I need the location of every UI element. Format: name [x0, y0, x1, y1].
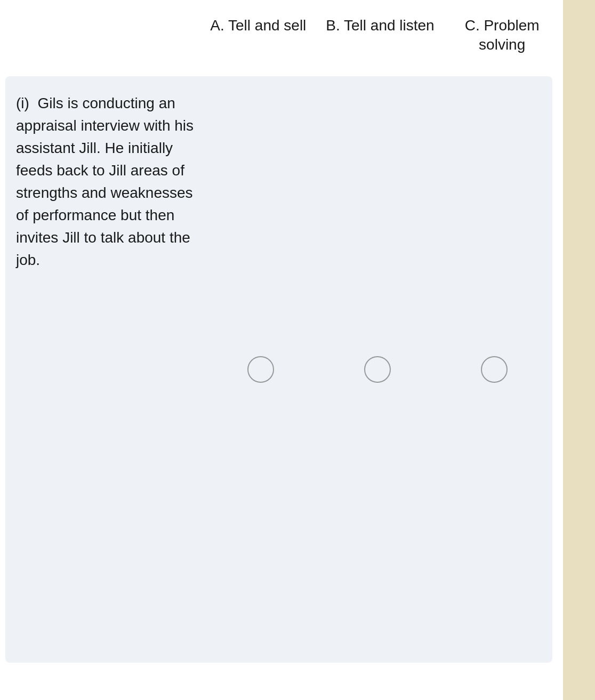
radio-col-c	[436, 356, 552, 383]
radio-option-c[interactable]	[481, 356, 508, 383]
radio-option-a[interactable]	[247, 356, 274, 383]
option-columns-header: A. Tell and sell B. Tell and listen C. P…	[197, 11, 563, 60]
question-text-col: (i) Gils is conducting an appraisal inte…	[5, 92, 203, 647]
question-row-1: (i) Gils is conducting an appraisal inte…	[5, 76, 552, 663]
question-number: (i)	[16, 95, 29, 111]
main-content: A. Tell and sell B. Tell and listen C. P…	[0, 0, 563, 700]
option-b-header: B. Tell and listen	[319, 11, 441, 60]
sidebar	[563, 0, 595, 700]
option-b-label: B. Tell and listen	[326, 16, 434, 35]
option-c-header: C. Problem solving	[441, 11, 563, 60]
question-body: Gils is conducting an appraisal intervie…	[16, 95, 194, 268]
question-column-header	[0, 11, 197, 60]
header-row: A. Tell and sell B. Tell and listen C. P…	[0, 0, 563, 71]
radio-col-a	[203, 356, 319, 383]
radio-option-b[interactable]	[364, 356, 391, 383]
radio-columns	[203, 92, 552, 647]
question-text: (i) Gils is conducting an appraisal inte…	[16, 92, 197, 271]
option-a-header: A. Tell and sell	[197, 11, 319, 60]
option-a-label: A. Tell and sell	[210, 16, 306, 35]
option-c-label: C. Problem solving	[444, 16, 560, 55]
radio-col-b	[319, 356, 436, 383]
